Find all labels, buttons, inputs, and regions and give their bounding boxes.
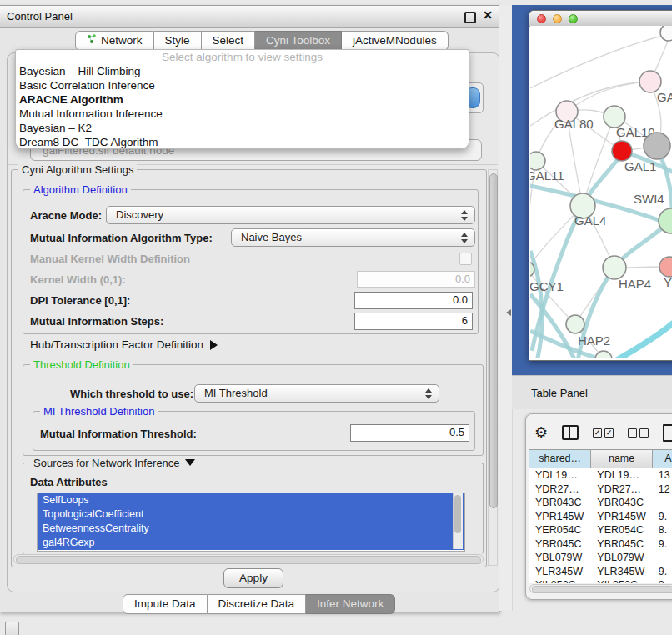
network-node-hap4[interactable] — [603, 256, 626, 279]
table-cell: YBR043C — [591, 496, 652, 510]
algorithm-option-dream8-dc-tdc-algorithm[interactable]: Dream8 DC_TDC Algorithm — [16, 135, 469, 149]
settings-scrollbar[interactable] — [488, 169, 498, 566]
unchecked-columns-icon[interactable] — [628, 428, 649, 438]
checked-columns-icon[interactable]: ✓✓ — [593, 428, 614, 438]
table-row[interactable]: YBR045CYBR045C9. — [529, 538, 672, 552]
close-traffic-light-icon[interactable] — [537, 14, 546, 23]
cytoscape-desktop: Control Panel ✕ NetworkStyleSelectCyni T… — [0, 0, 672, 635]
algorithm-option-mutual-information-inference[interactable]: Mutual Information Inference — [16, 107, 469, 121]
table-cell: 9. — [653, 538, 672, 552]
network-node-hap2[interactable] — [566, 315, 584, 333]
table-row[interactable]: YER054CYER054C8. — [529, 523, 672, 538]
float-icon[interactable] — [464, 12, 476, 23]
table-horizontal-scrollbar[interactable] — [529, 584, 672, 593]
network-icon — [87, 32, 97, 50]
algorithm-option-aracne-algorithm[interactable]: ARACNE Algorithm — [16, 92, 469, 107]
table-panel-titlebar[interactable]: Table Panel — [512, 375, 672, 409]
tab-select[interactable]: Select — [202, 31, 256, 51]
bottom-tab-discretize-data[interactable]: Discretize Data — [208, 594, 307, 614]
control-panel-titlebar[interactable]: Control Panel ✕ — [0, 6, 499, 28]
close-icon[interactable]: ✕ — [483, 8, 493, 22]
split-panes-icon[interactable] — [562, 425, 579, 440]
table-cell: YBL079W — [529, 551, 591, 565]
network-canvas[interactable]: GALGAL80GAL10GAL1GAL11SWI4GAL4GCY1HAP4YH… — [530, 26, 672, 358]
panel-divider[interactable] — [499, 5, 513, 611]
tab-cyni-toolbox[interactable]: Cyni Toolbox — [255, 31, 342, 51]
control-panel-tabs: NetworkStyleSelectCyni ToolboxjActiveMNo… — [75, 31, 449, 51]
attribute-item-topologicalcoefficient[interactable]: TopologicalCoefficient — [38, 508, 464, 522]
zoom-traffic-light-icon[interactable] — [569, 14, 578, 23]
table-horizontal-scrollbar-thumb[interactable] — [532, 586, 672, 593]
settings-horizontal-scrollbar-thumb[interactable] — [16, 556, 481, 564]
tab-jactivemnodules[interactable]: jActiveMNodules — [342, 31, 449, 51]
network-view-window: GALGAL80GAL10GAL1GAL11SWI4GAL4GCY1HAP4YH… — [529, 10, 672, 361]
column-header-name[interactable]: name — [591, 450, 652, 468]
network-window-titlebar[interactable] — [529, 11, 672, 27]
table-row[interactable]: YPR145WYPR145W9. — [529, 510, 672, 524]
network-edge[interactable] — [615, 322, 672, 358]
control-panel-window: Control Panel ✕ NetworkStyleSelectCyni T… — [0, 5, 500, 612]
settings-scrollbar-thumb[interactable] — [489, 173, 498, 508]
network-node-y[interactable] — [659, 257, 672, 277]
tab-label: Network — [101, 32, 143, 50]
network-node[interactable] — [644, 132, 670, 159]
network-node-label: GAL11 — [530, 168, 564, 182]
table-cell: YDL19… — [529, 468, 591, 482]
table-cell: YLR345W — [529, 565, 591, 579]
table-row[interactable]: YIL052CYIL052C9. — [529, 578, 672, 583]
panel-collapse-arrow-icon[interactable] — [506, 309, 511, 316]
tab-network[interactable]: Network — [75, 31, 154, 51]
attribute-item-gal4rgexp[interactable]: gal4RGexp — [38, 536, 464, 550]
table-cell: 9. — [653, 510, 672, 524]
bottom-tab-impute-data[interactable]: Impute Data — [123, 594, 208, 614]
attribute-item-betweennesscentrality[interactable]: BetweennessCentrality — [38, 522, 464, 536]
mi-steps-field[interactable]: 6 — [354, 312, 473, 330]
which-threshold-combo[interactable]: MI Threshold — [194, 384, 439, 402]
sources-title-label: Sources for Network Inference — [33, 457, 180, 469]
minimize-traffic-light-icon[interactable] — [553, 14, 562, 23]
network-node-label: GCY1 — [530, 279, 564, 293]
algorithm-option-bayesian-k2[interactable]: Bayesian – K2 — [16, 121, 469, 135]
sources-title[interactable]: Sources for Network Inference — [30, 457, 198, 469]
table-row[interactable]: YDR27…YDR27…12 — [529, 482, 672, 497]
mi-algorithm-type-combo[interactable]: Naive Bayes — [231, 228, 475, 247]
tab-label: Cyni Toolbox — [266, 32, 330, 50]
table-row[interactable]: YLR345WYLR345W9. — [529, 565, 672, 579]
column-header-a[interactable]: A — [653, 450, 672, 468]
tab-style[interactable]: Style — [154, 31, 202, 51]
hub-section-toggle[interactable]: Hub/Transcription Factor Definition — [30, 338, 218, 351]
network-node-label: Y — [664, 275, 672, 289]
network-node-label: SWI4 — [634, 192, 664, 206]
apply-button[interactable]: Apply — [223, 568, 283, 588]
network-node-label: GAL — [657, 90, 672, 104]
algorithm-option-bayesian-hill-climbing[interactable]: Bayesian – Hill Climbing — [16, 64, 469, 78]
table-row[interactable]: YBL079WYBL079W — [529, 551, 672, 565]
data-attributes-list[interactable]: SelfLoopsTopologicalCoefficientBetweenne… — [37, 492, 465, 552]
table-row[interactable]: YDL19…YDL19…13 — [529, 468, 672, 482]
table-cell: YDR27… — [591, 482, 652, 497]
network-node-gal11[interactable] — [530, 152, 545, 170]
collapse-down-icon — [185, 459, 195, 466]
column-header-shared[interactable]: shared… — [529, 450, 591, 468]
tab-label: Select — [213, 32, 244, 50]
network-node-gal1[interactable] — [612, 141, 632, 161]
dpi-tolerance-field[interactable]: 0.0 — [354, 292, 473, 309]
attributes-scrollbar-thumb[interactable] — [454, 495, 461, 533]
table-row[interactable]: YBR043CYBR043C — [529, 496, 672, 510]
kernel-width-field[interactable]: 0.0 — [357, 271, 475, 288]
minimized-panel-icon[interactable] — [5, 622, 19, 635]
gear-icon[interactable]: ⚙ — [534, 424, 548, 441]
hub-section-label: Hub/Transcription Factor Definition — [30, 338, 203, 351]
new-table-icon[interactable] — [663, 424, 672, 442]
network-node[interactable] — [660, 26, 672, 41]
aracne-mode-combo[interactable]: Discovery — [106, 206, 475, 224]
manual-kernel-checkbox[interactable] — [459, 252, 472, 265]
attribute-item-selfloops[interactable]: SelfLoops — [38, 493, 464, 508]
bottom-tab-infer-network[interactable]: Infer Network — [306, 594, 395, 614]
settings-horizontal-scrollbar[interactable] — [13, 554, 484, 564]
mi-threshold-field[interactable]: 0.5 — [350, 424, 469, 442]
expand-right-icon — [210, 340, 218, 350]
algorithm-option-basic-correlation-inference[interactable]: Basic Correlation Inference — [16, 78, 469, 92]
combo-stepper-icon — [461, 232, 469, 243]
attributes-scrollbar[interactable] — [453, 493, 463, 549]
